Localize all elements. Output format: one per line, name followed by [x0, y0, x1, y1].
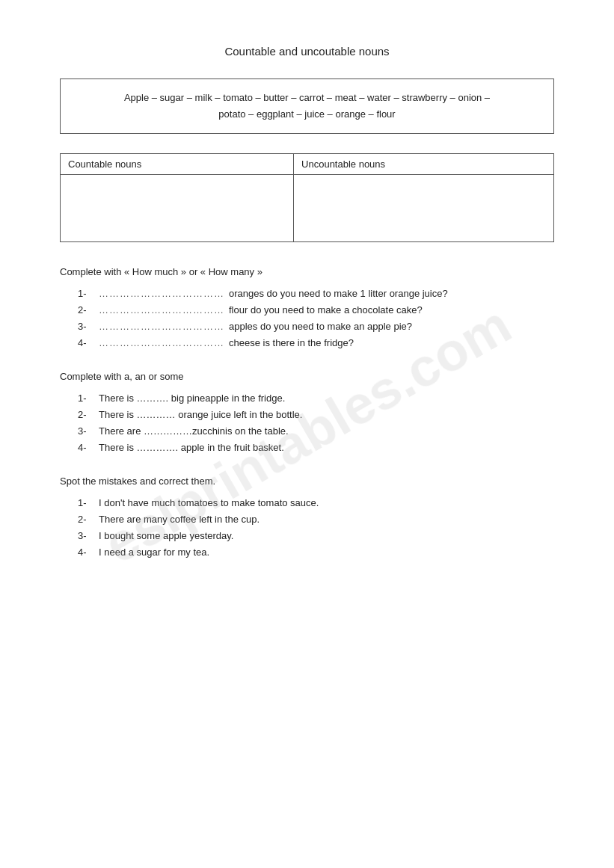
- word-box-line1: Apple – sugar – milk – tomato – butter –…: [76, 90, 538, 106]
- list-item: 3-………………………………apples do you need to make…: [78, 321, 554, 332]
- word-box-line2: potato – eggplant – juice – orange – flo…: [76, 106, 538, 123]
- countable-header: Countable nouns: [61, 154, 294, 175]
- list-item: 1-There is ………. big pineapple in the fri…: [78, 393, 554, 404]
- section1-list: 1-………………………………oranges do you need to mak…: [78, 288, 554, 348]
- list-item: 1-………………………………oranges do you need to mak…: [78, 288, 554, 299]
- item-num: 2-: [78, 409, 94, 420]
- section2: Complete with a, an or some 1-There is ……: [60, 371, 554, 453]
- list-item: 3-There are ……………zucchinis on the table.: [78, 425, 554, 437]
- uncountable-cell: [294, 175, 554, 242]
- item-text: There are ……………zucchinis on the table.: [99, 425, 289, 437]
- item-num: 3-: [78, 425, 94, 437]
- item-num: 1-: [78, 497, 94, 508]
- item-num: 2-: [78, 304, 94, 316]
- list-item: 4-I need a sugar for my tea.: [78, 547, 554, 558]
- section3-list: 1-I don't have much tomatoes to make tom…: [78, 497, 554, 558]
- section3-instruction: Spot the mistakes and correct them.: [60, 475, 554, 487]
- section2-instruction: Complete with a, an or some: [60, 371, 554, 382]
- countable-cell: [61, 175, 294, 242]
- section1-instruction: Complete with « How much » or « How many…: [60, 266, 554, 277]
- uncountable-header: Uncountable nouns: [294, 154, 554, 175]
- item-text: I don't have much tomatoes to make tomat…: [99, 497, 319, 508]
- item-text: oranges do you need to make 1 litter ora…: [229, 288, 448, 299]
- dots: ………………………………: [99, 337, 224, 348]
- list-item: 4-There is …………. apple in the fruit bask…: [78, 442, 554, 453]
- item-text: flour do you need to make a chocolate ca…: [229, 304, 423, 316]
- dots: ………………………………: [99, 288, 224, 299]
- section3: Spot the mistakes and correct them. 1-I …: [60, 475, 554, 558]
- item-text: I need a sugar for my tea.: [99, 547, 209, 558]
- item-num: 1-: [78, 393, 94, 404]
- item-text: There is …………. apple in the fruit basket…: [99, 442, 284, 453]
- list-item: 1-I don't have much tomatoes to make tom…: [78, 497, 554, 508]
- list-item: 3-I bought some apple yesterday.: [78, 530, 554, 541]
- list-item: 4-………………………………cheese is there in the fri…: [78, 337, 554, 348]
- item-num: 3-: [78, 530, 94, 541]
- item-text: There is ………… orange juice left in the b…: [99, 409, 302, 420]
- item-text: cheese is there in the fridge?: [229, 337, 354, 348]
- page-title: Countable and uncoutable nouns: [60, 45, 554, 58]
- item-num: 1-: [78, 288, 94, 299]
- item-text: There is ………. big pineapple in the fridg…: [99, 393, 285, 404]
- item-num: 4-: [78, 547, 94, 558]
- item-text: I bought some apple yesterday.: [99, 530, 233, 541]
- list-item: 2-………………………………flour do you need to make …: [78, 304, 554, 316]
- item-num: 2-: [78, 514, 94, 525]
- item-num: 3-: [78, 321, 94, 332]
- list-item: 2-There is ………… orange juice left in the…: [78, 409, 554, 420]
- item-text: apples do you need to make an apple pie?: [229, 321, 412, 332]
- item-num: 4-: [78, 442, 94, 453]
- section2-list: 1-There is ………. big pineapple in the fri…: [78, 393, 554, 453]
- noun-table: Countable nouns Uncountable nouns: [60, 153, 554, 242]
- item-text: There are many coffee left in the cup.: [99, 514, 260, 525]
- dots: ………………………………: [99, 321, 224, 332]
- dots: ………………………………: [99, 304, 224, 316]
- item-num: 4-: [78, 337, 94, 348]
- list-item: 2-There are many coffee left in the cup.: [78, 514, 554, 525]
- word-box: Apple – sugar – milk – tomato – butter –…: [60, 79, 554, 134]
- section1: Complete with « How much » or « How many…: [60, 266, 554, 348]
